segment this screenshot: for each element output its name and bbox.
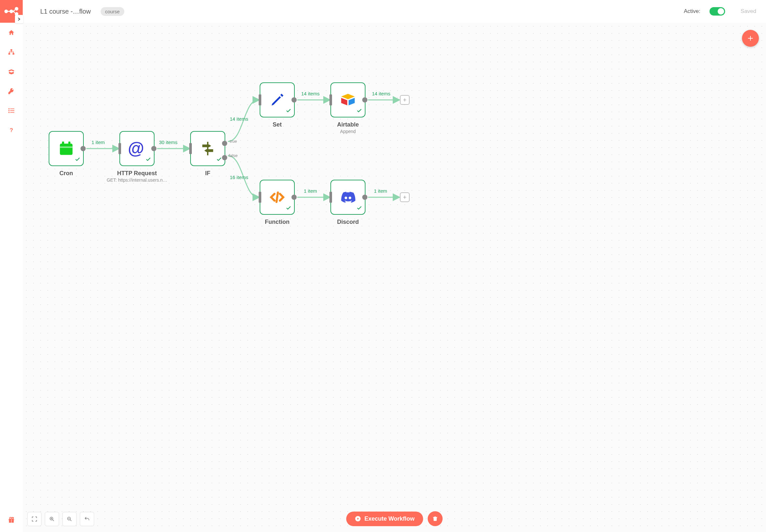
reset-button[interactable] bbox=[80, 512, 94, 526]
svg-rect-16 bbox=[11, 519, 12, 523]
zoom-in-icon bbox=[49, 516, 55, 522]
node-input-port[interactable] bbox=[118, 143, 121, 154]
node-discord[interactable]: Discord bbox=[330, 180, 365, 215]
sidebar-nav-templates[interactable] bbox=[7, 67, 16, 76]
fit-view-icon bbox=[31, 516, 37, 522]
port-label-true: true bbox=[230, 139, 237, 144]
saved-status: Saved bbox=[741, 8, 756, 15]
edge-label: 14 items bbox=[301, 91, 320, 96]
svg-point-19 bbox=[12, 517, 14, 519]
zoom-in-button[interactable] bbox=[45, 512, 59, 526]
plus-icon bbox=[403, 98, 407, 102]
workflow-name[interactable]: L1 course -…flow bbox=[40, 8, 91, 15]
svg-rect-6 bbox=[13, 53, 14, 55]
node-output-port[interactable] bbox=[291, 195, 297, 200]
sidebar-nav-credentials[interactable] bbox=[7, 87, 16, 95]
node-output-port[interactable] bbox=[362, 195, 367, 200]
check-icon bbox=[356, 205, 362, 212]
gift-icon bbox=[8, 516, 15, 524]
zoom-out-icon bbox=[67, 516, 72, 522]
add-node-end-button[interactable] bbox=[400, 95, 410, 105]
node-output-port-false[interactable] bbox=[222, 155, 227, 160]
node-function[interactable]: Function bbox=[260, 180, 295, 215]
node-output-port-true[interactable] bbox=[222, 141, 227, 146]
check-icon bbox=[286, 108, 291, 115]
edge-label: 14 items bbox=[372, 91, 391, 96]
svg-text:@: @ bbox=[128, 139, 144, 157]
node-output-port[interactable] bbox=[291, 97, 297, 103]
execute-workflow-button[interactable]: Execute Workflow bbox=[346, 512, 423, 526]
logo[interactable] bbox=[0, 0, 23, 23]
fit-view-button[interactable] bbox=[27, 512, 42, 526]
canvas-tools bbox=[27, 512, 94, 526]
add-node-end-button[interactable] bbox=[400, 192, 410, 202]
box-open-icon bbox=[8, 68, 15, 75]
add-node-button[interactable] bbox=[742, 30, 759, 47]
workflows-icon bbox=[8, 49, 15, 56]
question-icon: ? bbox=[8, 127, 15, 133]
check-icon bbox=[145, 156, 151, 163]
check-icon bbox=[356, 108, 362, 115]
node-input-port[interactable] bbox=[329, 192, 332, 203]
sidebar-nav-gift[interactable] bbox=[7, 516, 16, 524]
node-label: Set bbox=[241, 121, 313, 128]
svg-rect-28 bbox=[68, 141, 71, 145]
check-icon bbox=[286, 205, 291, 212]
node-cron[interactable]: Cron bbox=[49, 131, 84, 166]
svg-rect-26 bbox=[60, 144, 73, 155]
svg-rect-29 bbox=[60, 147, 73, 148]
workflow-canvas[interactable]: 1 item 30 items 14 items 16 items 14 ite… bbox=[23, 23, 766, 532]
edge-label: 1 item bbox=[374, 188, 387, 194]
svg-rect-11 bbox=[10, 110, 14, 111]
check-icon bbox=[216, 156, 222, 163]
play-icon bbox=[355, 515, 361, 522]
signpost-icon bbox=[200, 140, 216, 157]
airtable-icon bbox=[340, 92, 356, 108]
sidebar-nav-home[interactable] bbox=[7, 29, 16, 37]
svg-rect-27 bbox=[62, 141, 64, 145]
svg-point-0 bbox=[5, 10, 7, 13]
key-icon bbox=[8, 88, 15, 95]
edge-label: 30 items bbox=[159, 139, 177, 145]
svg-point-8 bbox=[8, 110, 10, 111]
edge-label: 14 items bbox=[230, 116, 248, 122]
node-input-port[interactable] bbox=[259, 94, 261, 105]
node-airtable[interactable]: Airtable Append bbox=[330, 82, 365, 117]
n8n-logo-icon bbox=[4, 7, 18, 16]
svg-point-9 bbox=[8, 112, 10, 113]
active-toggle[interactable] bbox=[710, 7, 725, 16]
svg-rect-4 bbox=[10, 49, 12, 51]
node-output-port[interactable] bbox=[362, 97, 367, 103]
sidebar-nav-workflows[interactable] bbox=[7, 48, 16, 56]
undo-icon bbox=[84, 516, 90, 522]
node-output-port[interactable] bbox=[151, 146, 156, 151]
sidebar-expand-button[interactable] bbox=[15, 15, 23, 23]
svg-text:?: ? bbox=[10, 127, 13, 133]
chevron-right-icon bbox=[18, 18, 21, 21]
port-label-false: false bbox=[229, 153, 237, 158]
svg-rect-12 bbox=[10, 112, 14, 113]
node-label: Function bbox=[241, 219, 313, 225]
node-http-request[interactable]: @ HTTP Request GET: https://internal.use… bbox=[119, 131, 154, 166]
node-label: Airtable Append bbox=[312, 121, 384, 134]
calendar-icon bbox=[58, 140, 75, 157]
sidebar-nav-executions[interactable] bbox=[7, 106, 16, 115]
sidebar-nav-help[interactable]: ? bbox=[7, 126, 16, 134]
clear-execution-button[interactable] bbox=[428, 511, 443, 526]
node-input-port[interactable] bbox=[259, 192, 261, 203]
node-input-port[interactable] bbox=[329, 94, 332, 105]
edge-label: 1 item bbox=[304, 188, 317, 194]
node-if[interactable]: true false IF bbox=[190, 131, 225, 166]
plus-icon bbox=[747, 35, 754, 42]
node-output-port[interactable] bbox=[80, 146, 86, 151]
zoom-out-button[interactable] bbox=[62, 512, 77, 526]
node-input-port[interactable] bbox=[189, 143, 192, 154]
workflow-tag[interactable]: course bbox=[101, 7, 124, 16]
edges-layer bbox=[23, 23, 766, 532]
node-set[interactable]: Set bbox=[260, 82, 295, 117]
discord-icon bbox=[340, 189, 356, 205]
svg-rect-31 bbox=[207, 142, 208, 155]
svg-point-2 bbox=[15, 7, 18, 10]
svg-rect-5 bbox=[8, 53, 10, 55]
node-label: Cron bbox=[30, 170, 102, 177]
